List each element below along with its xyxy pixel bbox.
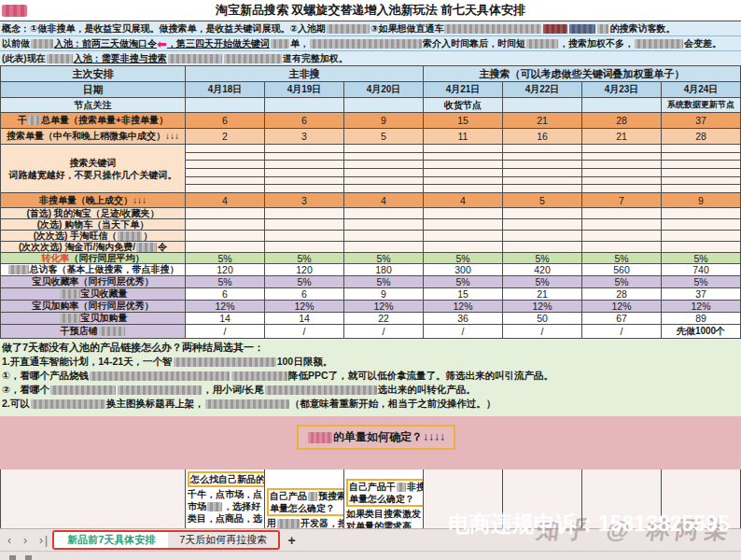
value-cell: 5	[344, 129, 424, 145]
value-cell: 37	[662, 113, 741, 129]
censored-blur	[90, 371, 230, 381]
value-cell: 3	[265, 193, 344, 208]
empty-cell	[582, 153, 662, 161]
value-cell: 5%	[424, 253, 503, 264]
date-cell: 4月19日	[265, 82, 344, 98]
row-label: (次次次选) 淘金币/淘内免费/令	[1, 242, 186, 253]
concept-box: 概念：①做非搜单，是收益宝贝展现。做搜索单，是收益关键词展现。②入池期③如果想做…	[0, 21, 741, 66]
value-cell: 36	[424, 313, 503, 325]
highlight-box: 自己产品干非搜单量怎么确定？	[346, 479, 424, 507]
empty-cell	[503, 145, 582, 153]
page-title: 淘宝新品搜索 双螺旋交替递增入池新玩法 前七天具体安排	[0, 0, 741, 21]
value-cell: 12%	[265, 301, 344, 313]
empty-cell	[424, 231, 503, 242]
empty-cell	[186, 161, 265, 169]
censored-blur	[308, 492, 317, 501]
table-row: 干总单量（搜索单量+非搜单量） 6 6 9 15 21 28 37	[1, 113, 741, 129]
table-row: (次次次选) 淘金币/淘内免费/令	[1, 242, 741, 253]
empty-cell	[265, 185, 344, 193]
header-cell: 主搜索（可以考虑做些关键词叠加权重单子）	[424, 66, 741, 82]
value-cell: /	[265, 325, 344, 339]
value-cell: 67	[582, 313, 662, 325]
value-cell: 5%	[186, 253, 265, 264]
value-cell: 21	[582, 129, 662, 145]
value-cell: 12%	[344, 301, 424, 313]
empty-cell	[265, 219, 344, 231]
censored-blur	[136, 243, 157, 252]
empty-cell	[662, 153, 741, 161]
value-cell: 21	[503, 113, 582, 129]
tab-next-sheet[interactable]: 7天后如何再拉搜索	[168, 532, 278, 548]
empty-cell	[344, 219, 424, 231]
header-cell: 主次安排	[1, 66, 186, 82]
table-row: (次次选) 手淘旺信（）	[1, 231, 741, 242]
empty-cell	[503, 208, 582, 219]
notes-question: 做了7天都没有入池的产品链接怎么办？两种结局选其一：	[2, 341, 741, 355]
empty-cell	[662, 145, 741, 153]
sheet-nav-prev[interactable]: ‹	[7, 534, 13, 547]
row-label: 宝贝收藏量	[1, 288, 186, 301]
table-row: 节点关注 收货节点 系统数据更新节点	[1, 98, 741, 113]
censored-blur	[310, 39, 422, 49]
sheet-nav-last[interactable]: ›|	[39, 534, 49, 547]
value-cell	[582, 98, 662, 113]
empty-cell	[1, 469, 186, 528]
value-cell: 2	[186, 129, 265, 145]
table-row: 宝贝收藏率（同行同层优秀） 5% 5% 5% 5% 5% 5% 5%	[1, 276, 741, 288]
empty-cell	[344, 242, 424, 253]
empty-cell	[344, 161, 424, 169]
concept-line-3: (此表)现在入池：需要非搜与搜索道有完整加权。	[0, 51, 741, 65]
empty-cell	[265, 153, 344, 161]
notes-section: 做了7天都没有入池的产品链接怎么办？两种结局选其一： 1.开直通车智能计划，14…	[0, 339, 741, 416]
date-cell: 4月23日	[582, 82, 662, 98]
row-label: 总访客（基本上做搜索，带点非搜）	[1, 264, 186, 276]
empty-cell	[582, 169, 662, 177]
notes-line: 2.可以换主图换标题再上架，（都意味着重新开始，相当于之前没操作过。）	[2, 397, 741, 411]
empty-cell	[582, 231, 662, 242]
value-cell: 28	[582, 288, 662, 301]
value-cell: 6	[265, 113, 344, 129]
value-cell: 系统数据更新节点	[662, 98, 741, 113]
empty-cell	[424, 153, 503, 161]
value-cell: 6	[265, 288, 344, 301]
value-cell: /	[582, 325, 662, 339]
censored-blur	[205, 399, 289, 409]
empty-cell	[503, 161, 582, 169]
empty-cell	[265, 169, 344, 177]
value-cell: 11	[424, 129, 503, 145]
empty-cell	[344, 153, 424, 161]
value-cell: 4	[424, 193, 503, 208]
censored-blur	[2, 5, 27, 17]
nonsearch-note-cell: 自己产品干非搜单量怎么确定？ 如果类目搜索激发 对单量的需求高	[344, 469, 424, 528]
value-cell: 5%	[344, 253, 424, 264]
empty-cell	[662, 177, 741, 186]
censored-blur	[327, 24, 370, 34]
empty-cells	[186, 208, 741, 219]
empty-cell	[344, 208, 424, 219]
date-cell: 4月20日	[344, 82, 424, 98]
spreadsheet-page: 淘宝新品搜索 双螺旋交替递增入池新玩法 前七天具体安排 概念：①做非搜单，是收益…	[0, 0, 741, 560]
empty-cell	[265, 177, 344, 186]
value-cell: 22	[344, 313, 424, 325]
empty-cell	[265, 242, 344, 253]
row-label: 干预店铺	[1, 325, 186, 339]
value-cell: 5	[503, 193, 582, 208]
value-cell: /	[424, 325, 503, 339]
value-cell: 120	[186, 264, 265, 276]
censored-blur	[28, 116, 40, 125]
presearch-note-cell: 自己产品预搜索单量怎么确定？ 用开发器，把	[265, 469, 344, 528]
header-cell: 主非搜	[186, 66, 424, 82]
empty-cell	[265, 231, 344, 242]
sheet-nav-next[interactable]: ›	[23, 534, 29, 547]
notes-line: 1.开直通车智能计划，14-21天，一个智100日限额。	[2, 355, 741, 369]
empty-cell	[186, 185, 265, 193]
add-sheet-button[interactable]: +	[287, 533, 295, 548]
tab-current-sheet[interactable]: 新品前7天具体安排	[54, 532, 168, 548]
censored-blur	[569, 24, 595, 34]
row-label: (次选) 购物车（当天下单）	[1, 219, 186, 231]
empty-cells	[186, 219, 741, 231]
empty-cell	[186, 208, 265, 219]
table-row: 总访客（基本上做搜索，带点非搜） 120 120 180 300 420 560…	[1, 264, 741, 276]
empty-cell	[662, 185, 741, 193]
censored-blur	[207, 502, 222, 511]
